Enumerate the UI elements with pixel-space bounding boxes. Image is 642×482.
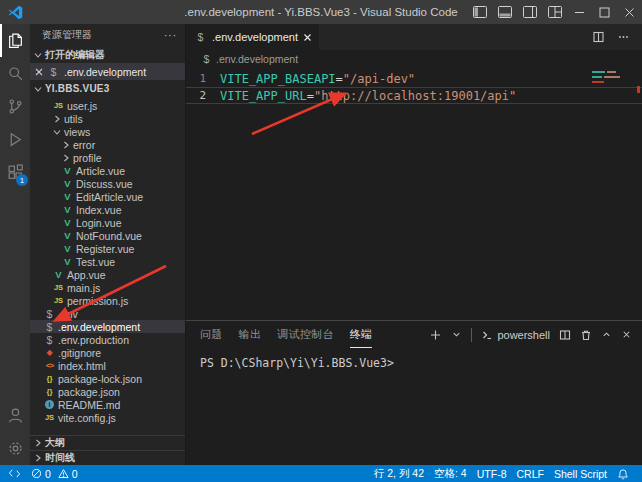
eol-setting[interactable]: CRLF bbox=[511, 465, 548, 482]
html-file-icon: <> bbox=[43, 361, 56, 370]
split-terminal-button[interactable] bbox=[559, 329, 571, 341]
tree-item[interactable]: views bbox=[30, 125, 185, 138]
panel-tab[interactable]: 问题 bbox=[200, 321, 223, 348]
kill-terminal-button[interactable] bbox=[580, 329, 592, 341]
bottom-panel: 问题输出调试控制台终端 powershell bbox=[186, 320, 642, 465]
editor-code-area[interactable]: 1VITE_APP_BASEAPI="/api-dev"2VITE_APP_UR… bbox=[186, 68, 642, 320]
language-mode[interactable]: Shell Script bbox=[549, 465, 612, 482]
code-lines: 1VITE_APP_BASEAPI="/api-dev"2VITE_APP_UR… bbox=[186, 70, 642, 104]
env-file-icon: $ bbox=[43, 308, 56, 320]
settings-button[interactable] bbox=[0, 432, 30, 465]
split-editor-button[interactable] bbox=[592, 31, 605, 43]
terminal-dropdown-button[interactable] bbox=[451, 329, 462, 340]
tree-item-label: views bbox=[64, 126, 90, 138]
chevron-right-icon bbox=[33, 453, 43, 463]
tree-item[interactable]: VDiscuss.vue bbox=[30, 177, 185, 190]
tree-item[interactable]: profile bbox=[30, 151, 185, 164]
explorer-activity-button[interactable] bbox=[0, 24, 30, 57]
more-actions-button[interactable] bbox=[617, 31, 630, 43]
tree-item[interactable]: JSmain.js bbox=[30, 281, 185, 294]
minimize-button[interactable] bbox=[567, 0, 592, 24]
tree-item[interactable]: JSuser.js bbox=[30, 99, 185, 112]
project-section-header[interactable]: YI.BBS.VUE3 bbox=[30, 80, 185, 97]
maximize-panel-button[interactable] bbox=[601, 329, 612, 340]
tree-item[interactable]: <>index.html bbox=[30, 359, 185, 372]
indentation-setting[interactable]: 空格: 4 bbox=[429, 465, 472, 482]
outline-section-header[interactable]: 大纲 bbox=[30, 435, 185, 450]
run-debug-activity-button[interactable] bbox=[0, 123, 30, 156]
tree-item[interactable]: iREADME.md bbox=[30, 398, 185, 411]
tree-item[interactable]: $.env.development bbox=[30, 320, 185, 333]
open-editor-item[interactable]: $ .env.development bbox=[30, 63, 185, 80]
toggle-panel-button[interactable] bbox=[492, 0, 517, 24]
open-editors-header[interactable]: 打开的编辑器 bbox=[30, 46, 185, 63]
panel-tab[interactable]: 终端 bbox=[350, 321, 373, 348]
tree-item-label: Discuss.vue bbox=[76, 178, 133, 190]
tree-item[interactable]: VNotFound.vue bbox=[30, 229, 185, 242]
warning-icon bbox=[58, 468, 69, 479]
tree-item[interactable]: VArticle.vue bbox=[30, 164, 185, 177]
chevron-down-icon bbox=[33, 50, 43, 60]
problems-indicator[interactable]: 0 0 bbox=[26, 465, 83, 482]
maximize-button[interactable] bbox=[592, 0, 617, 24]
error-icon bbox=[31, 468, 42, 479]
breadcrumb[interactable]: $ .env.development bbox=[186, 50, 642, 68]
tree-item[interactable]: VRegister.vue bbox=[30, 242, 185, 255]
tree-item-label: index.html bbox=[58, 360, 106, 372]
tree-item[interactable]: ◆.gitignore bbox=[30, 346, 185, 359]
tree-item[interactable]: VEditArticle.vue bbox=[30, 190, 185, 203]
tree-item[interactable]: $.env.production bbox=[30, 333, 185, 346]
vue-file-icon: V bbox=[61, 217, 74, 228]
remote-indicator[interactable] bbox=[0, 465, 26, 482]
close-tab-button[interactable] bbox=[303, 33, 312, 42]
encoding-setting[interactable]: UTF-8 bbox=[472, 465, 512, 482]
breadcrumb-file: .env.development bbox=[216, 53, 298, 65]
tree-item[interactable]: VIndex.vue bbox=[30, 203, 185, 216]
tree-item[interactable]: {}package-lock.json bbox=[30, 372, 185, 385]
vue-file-icon: V bbox=[61, 230, 74, 241]
code-line[interactable]: 2VITE_APP_URL="http://localhost:19001/ap… bbox=[186, 87, 642, 104]
chevron-right-icon bbox=[33, 438, 43, 448]
notifications-button[interactable] bbox=[612, 465, 634, 482]
info-file-icon: i bbox=[45, 400, 54, 409]
panel-tab[interactable]: 调试控制台 bbox=[277, 321, 334, 348]
tab-env-development[interactable]: $ .env.development bbox=[186, 24, 320, 50]
tree-item[interactable]: $.env bbox=[30, 307, 185, 320]
env-file-icon: $ bbox=[200, 53, 213, 65]
toggle-sidebar-button[interactable] bbox=[467, 0, 492, 24]
account-button[interactable] bbox=[0, 399, 30, 432]
code-token: "/api-dev" bbox=[343, 72, 415, 86]
vue-file-icon: V bbox=[61, 165, 74, 176]
js-file-icon: JS bbox=[52, 101, 65, 110]
sidebar-more-actions-button[interactable]: ··· bbox=[164, 30, 177, 41]
close-panel-button[interactable] bbox=[621, 329, 632, 340]
extensions-activity-button[interactable]: 1 bbox=[0, 156, 30, 189]
tree-item[interactable]: VLogin.vue bbox=[30, 216, 185, 229]
env-file-icon: $ bbox=[43, 321, 56, 333]
code-line[interactable]: 1VITE_APP_BASEAPI="/api-dev" bbox=[186, 70, 642, 87]
tree-item[interactable]: JSpermission.js bbox=[30, 294, 185, 307]
tree-item-label: Login.vue bbox=[76, 217, 122, 229]
new-terminal-button[interactable] bbox=[429, 329, 442, 341]
minimap[interactable] bbox=[592, 71, 632, 86]
env-file-icon: $ bbox=[43, 334, 56, 346]
customize-layout-button[interactable] bbox=[542, 0, 567, 24]
search-activity-button[interactable] bbox=[0, 57, 30, 90]
tree-item[interactable]: VTest.vue bbox=[30, 255, 185, 268]
tree-item[interactable]: utils bbox=[30, 112, 185, 125]
close-window-button[interactable] bbox=[617, 0, 642, 24]
title-bar: .env.development - Yi.BBS.Vue3 - Visual … bbox=[0, 0, 642, 24]
source-control-activity-button[interactable] bbox=[0, 90, 30, 123]
close-editor-button[interactable] bbox=[35, 68, 43, 76]
terminal-content[interactable]: PS D:\CSharp\Yi\Yi.BBS.Vue3> bbox=[186, 348, 642, 465]
tree-item[interactable]: VApp.vue bbox=[30, 268, 185, 281]
cursor-position[interactable]: 行 2, 列 42 bbox=[369, 465, 429, 482]
toggle-secondary-sidebar-button[interactable] bbox=[517, 0, 542, 24]
tree-item[interactable]: JSvite.config.js bbox=[30, 411, 185, 424]
timeline-section-header[interactable]: 时间线 bbox=[30, 450, 185, 465]
tree-item[interactable]: {}package.json bbox=[30, 385, 185, 398]
tree-item-label: .env.development bbox=[58, 321, 140, 333]
terminal-profile-select[interactable]: powershell bbox=[481, 329, 550, 341]
panel-tab[interactable]: 输出 bbox=[239, 321, 262, 348]
tree-item[interactable]: error bbox=[30, 138, 185, 151]
